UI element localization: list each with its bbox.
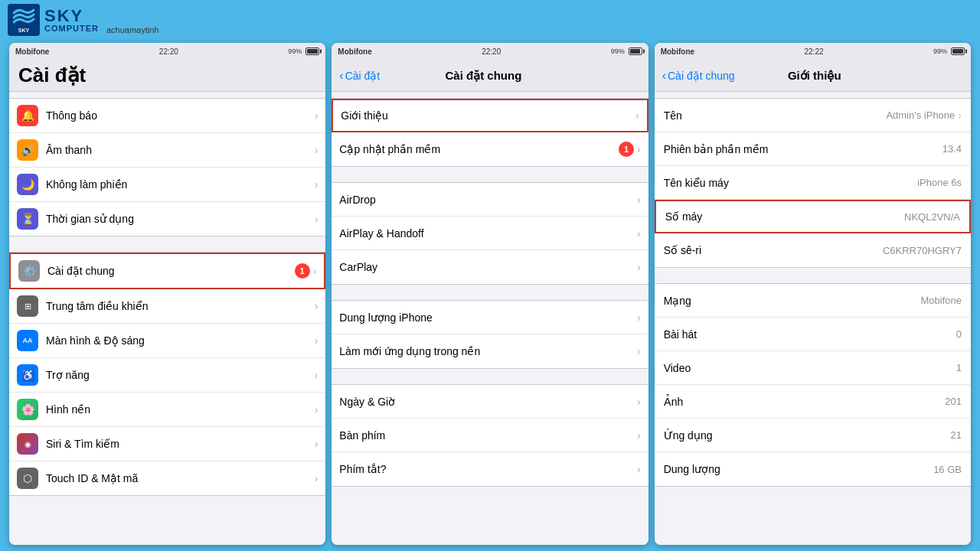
settings-group-3-b: Mạng Mobifone Bài hát 0 Video 1 Ảnh 201 … [655,283,971,487]
list-item[interactable]: AA Màn hình & Độ sáng › [9,324,325,358]
detail-value: C6KRR70HGRY7 [883,245,962,256]
logo-computer: COMPUTER [44,24,99,33]
item-label: Trung tâm điều khiển [46,300,315,312]
detail-value: iPhone 6s [917,177,962,188]
detail-label: Tên [664,109,887,122]
chevron-icon: › [637,143,641,155]
detail-label: Video [664,362,956,374]
chevron-icon: › [315,300,318,312]
sound-icon: 🔊 [17,139,38,161]
apps-item: Ứng dụng 21 [655,419,971,452]
storage-item[interactable]: Dung lượng iPhone › [332,301,648,334]
airplay-item[interactable]: AirPlay & Handoff › [332,217,648,250]
carrier-1: Mobifone [15,47,49,56]
screen-time-icon: ⏳ [17,208,38,230]
back-arrow-2: ‹ [339,69,343,83]
battery-icon-3 [951,47,965,55]
status-right-2: 99% [611,47,642,55]
detail-value: 16 GB [933,464,962,475]
chevron-icon: › [313,265,317,277]
status-bar-3: Mobifone 22:22 99% [655,43,971,60]
settings-group-3-a: Tên Admin's iPhone › Phiên bản phần mềm … [655,98,971,268]
list-item[interactable]: ⬡ Touch ID & Mật mã › [9,461,325,495]
item-label: Cài đặt chung [47,265,295,277]
item-label: Cập nhật phần mềm [339,143,619,155]
item-label: Thông báo [46,109,315,122]
notifications-icon: 🔔 [17,105,38,126]
detail-value: 21 [951,429,962,441]
settings-group-1-b: ⚙️ Cài đặt chung 1 › ⊞ Trung tâm điều kh… [9,252,325,496]
settings-list-3[interactable]: Tên Admin's iPhone › Phiên bản phần mềm … [655,92,971,545]
capacity-item: Dung lượng 16 GB [655,452,971,486]
item-label: CarPlay [339,261,637,273]
carrier-3: Mobifone [661,47,694,56]
settings-list-1[interactable]: 🔔 Thông báo › 🔊 Âm thanh › 🌙 Không làm p… [9,92,325,545]
date-time-item[interactable]: Ngày & Giờ › [332,385,648,419]
detail-label: Dung lượng [664,463,933,475]
item-label: AirDrop [339,194,637,206]
battery-pct-2: 99% [611,47,625,55]
general-settings-item[interactable]: ⚙️ Cài đặt chung 1 › [9,253,325,289]
gear-icon: ⚙️ [18,260,40,282]
list-item[interactable]: 🌸 Hình nền › [9,393,325,427]
accessibility-icon: ♿ [17,364,38,386]
software-version-item: Phiên bản phần mềm 13.4 [655,132,971,166]
logo-text: SKY COMPUTER [44,8,99,33]
battery-icon-2 [629,47,642,55]
list-item[interactable]: 🌙 Không làm phiền › [9,168,325,202]
chevron-icon: › [637,227,641,240]
item-label: Siri & Tìm kiếm [46,438,315,450]
detail-label: Số máy [665,210,904,223]
item-label: Hình nền [46,403,315,416]
back-label-2: Cài đặt [345,70,381,82]
detail-value: 201 [945,396,962,407]
shortcuts-item[interactable]: Phím tắt? › [332,452,648,486]
back-button-2[interactable]: ‹ Cài đặt [339,69,380,83]
detail-value: Mobifone [921,295,962,306]
chevron-icon: › [315,403,318,416]
item-label: Dung lượng iPhone [339,311,637,324]
phone1-title: Cài đặt [18,64,86,87]
name-item[interactable]: Tên Admin's iPhone › [655,99,971,132]
carplay-item[interactable]: CarPlay › [332,250,648,284]
chevron-icon: › [637,194,641,206]
chevron-icon: › [315,472,318,484]
logo-area: SKY SKY COMPUTER achuamaytinh [8,4,158,36]
item-label: AirPlay & Handoff [339,227,637,240]
detail-value: 13.4 [942,143,962,155]
keyboard-item[interactable]: Bàn phím › [332,419,648,452]
list-item[interactable]: ⏳ Thời gian sử dụng › [9,202,325,236]
chevron-icon: › [958,109,962,122]
svg-text:SKY: SKY [18,28,30,33]
settings-group-2-a: Giới thiệu › Cập nhật phần mềm 1 › [332,98,648,167]
item-label: Phím tắt? [339,463,637,475]
phone1-header: Cài đặt [9,60,325,92]
list-item[interactable]: ◉ Siri & Tìm kiếm › [9,427,325,461]
chevron-icon: › [315,369,318,381]
item-label: Trợ năng [46,369,315,381]
chevron-icon: › [637,311,641,324]
list-item[interactable]: ⊞ Trung tâm điều khiển › [9,289,325,324]
bg-refresh-item[interactable]: Làm mới ứng dụng trong nền › [332,334,648,368]
detail-label: Phiên bản phần mềm [664,143,942,155]
nav-bar-3: ‹ Cài đặt chung Giới thiệu [655,60,971,92]
time-3: 22:22 [805,47,824,56]
chevron-icon: › [637,345,641,357]
list-item[interactable]: ♿ Trợ năng › [9,358,325,393]
back-button-3[interactable]: ‹ Cài đặt chung [662,69,735,83]
chevron-icon: › [637,463,641,475]
songs-item: Bài hát 0 [655,318,971,351]
chevron-icon: › [637,396,641,408]
item-label: Bàn phím [339,429,637,442]
settings-list-2[interactable]: Giới thiệu › Cập nhật phần mềm 1 › AirDr… [332,92,648,545]
list-item[interactable]: 🔔 Thông báo › [9,99,325,133]
detail-value: Admin's iPhone [886,109,955,121]
software-update-item[interactable]: Cập nhật phần mềm 1 › [332,132,648,166]
model-number-item[interactable]: Số máy NKQL2VN/A [655,200,971,233]
about-item[interactable]: Giới thiệu › [332,99,648,132]
airdrop-item[interactable]: AirDrop › [332,183,648,217]
settings-group-2-b: AirDrop › AirPlay & Handoff › CarPlay › [332,182,648,285]
status-right-1: 99% [288,47,319,55]
detail-value: 0 [956,328,962,340]
list-item[interactable]: 🔊 Âm thanh › [9,133,325,168]
